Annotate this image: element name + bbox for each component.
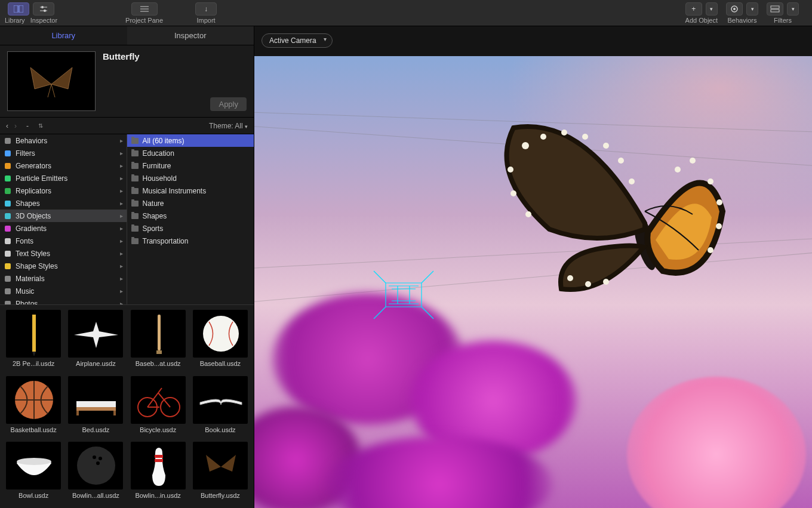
subcategory-all-60-items-[interactable]: All (60 items) — [127, 134, 254, 147]
category-label: Filters — [16, 149, 35, 158]
subcategory-label: Nature — [143, 199, 164, 208]
path-row: ‹ › - ⇅ Theme: All ▾ — [0, 118, 254, 134]
category-photos[interactable]: Photos▸ — [0, 297, 127, 304]
butterfly-icon — [193, 442, 248, 489]
svg-point-57 — [508, 167, 513, 173]
subcategory-household[interactable]: Household — [127, 172, 254, 184]
preview-title: Butterfly — [103, 51, 247, 61]
butterfly-preview-icon — [21, 60, 81, 102]
preview-thumbnail[interactable] — [7, 51, 96, 111]
svg-point-4 — [41, 6, 44, 8]
category-materials[interactable]: Materials▸ — [0, 272, 127, 285]
category-music[interactable]: Music▸ — [0, 285, 127, 297]
chevron-right-icon: ▸ — [120, 150, 123, 156]
category-gradients[interactable]: Gradients▸ — [0, 222, 127, 235]
tab-inspector[interactable]: Inspector — [127, 26, 254, 45]
chevron-right-icon: ▸ — [120, 175, 123, 181]
project-pane-label: Project Pane — [125, 17, 163, 24]
category-particle-emitters[interactable]: Particle Emitters▸ — [0, 172, 127, 184]
inspector-toolbar-button[interactable] — [33, 2, 54, 16]
behaviors-dropdown[interactable]: ▾ — [746, 2, 758, 16]
library-icon — [14, 5, 23, 13]
theme-selector[interactable]: Theme: All ▾ — [209, 122, 248, 130]
pin-icon — [131, 442, 186, 489]
category-replicators[interactable]: Replicators▸ — [0, 184, 127, 197]
apply-button[interactable]: Apply — [210, 97, 247, 111]
thumb-book[interactable]: Book.usdz — [192, 376, 249, 438]
svg-point-50 — [522, 142, 529, 149]
tab-library[interactable]: Library — [0, 26, 127, 45]
camera-gizmo-icon[interactable] — [368, 259, 439, 331]
library-toolbar-button[interactable] — [8, 2, 29, 16]
filters-group: ▾ Filters — [767, 2, 799, 24]
subcategory-furniture[interactable]: Furniture — [127, 159, 254, 172]
bicycle-icon — [131, 376, 186, 424]
add-object-dropdown[interactable]: ▾ — [706, 2, 718, 16]
chevron-down-icon: ▾ — [710, 6, 713, 12]
behaviors-button[interactable] — [726, 2, 743, 16]
behaviors-group: ▾ Behaviors — [726, 2, 758, 24]
butterfly-3d-object[interactable] — [466, 92, 728, 319]
thumbnail-grid[interactable]: 2B Pe...il.usdzAirplane.usdzBaseb...at.u… — [0, 305, 254, 508]
airplane-icon — [68, 310, 123, 358]
thumb-bowlingball[interactable]: Bowlin...all.usdz — [67, 442, 124, 503]
thumb-pencil[interactable]: 2B Pe...il.usdz — [5, 310, 62, 371]
svg-point-10 — [733, 8, 736, 10]
category-label: Materials — [16, 275, 45, 283]
category-shapes[interactable]: Shapes▸ — [0, 197, 127, 210]
sliders-icon — [39, 5, 48, 13]
chevron-right-icon: ▸ — [120, 275, 123, 282]
category-behaviors[interactable]: Behaviors▸ — [0, 134, 127, 147]
basketball-icon — [6, 376, 61, 424]
thumb-bowl[interactable]: Bowl.usdz — [5, 442, 62, 503]
main-toolbar: Library Inspector Project Pane ↓ Import … — [0, 0, 812, 26]
folder-icon — [131, 174, 139, 183]
subcategory-shapes[interactable]: Shapes — [127, 210, 254, 222]
project-pane-button[interactable] — [131, 2, 158, 16]
nav-forward-button[interactable]: › — [14, 122, 17, 130]
category-column-left[interactable]: Behaviors▸Filters▸Generators▸Particle Em… — [0, 134, 127, 304]
category-text-styles[interactable]: Text Styles▸ — [0, 247, 127, 260]
preview-row: Butterfly Apply — [0, 45, 254, 118]
camera-select[interactable]: Active Camera — [262, 33, 333, 48]
category-shape-styles[interactable]: Shape Styles▸ — [0, 260, 127, 272]
svg-point-62 — [603, 279, 609, 285]
thumb-pin[interactable]: Bowlin...in.usdz — [130, 442, 187, 503]
category-filters[interactable]: Filters▸ — [0, 147, 127, 159]
subcategory-education[interactable]: Education — [127, 147, 254, 159]
category-column-right[interactable]: All (60 items)EducationFurnitureHousehol… — [127, 134, 254, 304]
category-generators[interactable]: Generators▸ — [0, 159, 127, 172]
path-stepper-icon[interactable]: ⇅ — [38, 122, 43, 129]
filters-button[interactable] — [767, 2, 783, 16]
toolbar-library-inspector-group: Library Inspector — [5, 2, 57, 24]
thumb-bicycle[interactable]: Bicycle.usdz — [130, 376, 187, 438]
thumb-label: Bicycle.usdz — [140, 426, 176, 433]
nav-back-button[interactable]: ‹ — [6, 122, 8, 130]
thumb-basketball[interactable]: Basketball.usdz — [5, 376, 62, 438]
thumb-bat[interactable]: Baseb...at.usdz — [130, 310, 187, 371]
viewport[interactable] — [254, 56, 812, 508]
chevron-down-icon: ▾ — [245, 124, 248, 130]
filters-dropdown[interactable]: ▾ — [787, 2, 799, 16]
svg-rect-34 — [155, 459, 163, 462]
import-button[interactable]: ↓ — [195, 2, 217, 16]
subcategory-nature[interactable]: Nature — [127, 197, 254, 210]
subcategory-sports[interactable]: Sports — [127, 222, 254, 235]
thumb-butterfly[interactable]: Butterfly.usdz — [192, 442, 249, 503]
subcategory-label: Household — [143, 174, 177, 183]
svg-point-67 — [675, 167, 681, 173]
subcategory-transportation[interactable]: Transportation — [127, 235, 254, 247]
add-object-button[interactable]: + — [685, 2, 702, 16]
photos-icon — [4, 300, 12, 305]
thumb-airplane[interactable]: Airplane.usdz — [67, 310, 124, 371]
thumb-bed[interactable]: Bed.usdz — [67, 376, 124, 438]
thumb-label: Bowl.usdz — [19, 492, 48, 499]
thumb-baseball[interactable]: Baseball.usdz — [192, 310, 249, 371]
category-fonts[interactable]: Fonts▸ — [0, 235, 127, 247]
svg-point-65 — [716, 223, 722, 229]
category-3d-objects[interactable]: 3D Objects▸ — [0, 210, 127, 222]
chevron-right-icon: ▸ — [120, 300, 123, 304]
subcategory-musical-instruments[interactable]: Musical Instruments — [127, 184, 254, 197]
chevron-right-icon: ▸ — [120, 263, 123, 269]
sidebar-tabbar: Library Inspector — [0, 26, 254, 45]
